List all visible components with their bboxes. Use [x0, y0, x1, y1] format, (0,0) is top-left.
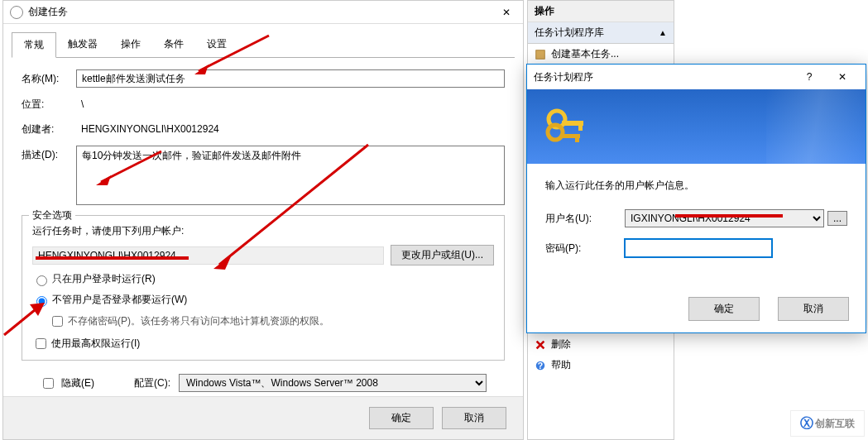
tab-general[interactable]: 常规 — [12, 32, 56, 58]
create-basic-task-label: 创建基本任务... — [551, 47, 619, 61]
titlebar: 创建任务 ✕ — [3, 1, 523, 24]
cred-ok-button[interactable]: 确定 — [688, 297, 760, 321]
cred-dialog-title: 任务计划程序 — [534, 70, 793, 84]
description-textarea[interactable] — [76, 146, 505, 205]
creator-label: 创建者: — [22, 122, 76, 136]
configure-for-label: 配置(C): — [134, 376, 170, 390]
runas-user-display: HENGXINYONGLI\HX0012924 — [32, 246, 384, 265]
general-panel: 名称(M): 位置: \ 创建者: HENGXINYONGLI\HX001292… — [3, 58, 523, 404]
create-basic-task-item[interactable]: 创建基本任务... — [528, 44, 674, 65]
redact-strike-2 — [675, 214, 783, 218]
collapse-icon: ▲ — [659, 28, 667, 37]
tab-conditions[interactable]: 条件 — [152, 32, 195, 57]
creator-value: HENGXINYONGLI\HX0012924 — [76, 121, 505, 137]
redact-strike-1 — [36, 256, 189, 260]
highest-privilege-checkbox[interactable] — [36, 338, 46, 349]
keys-icon — [544, 104, 593, 151]
tab-actions[interactable]: 操作 — [109, 32, 152, 57]
svg-rect-8 — [575, 136, 579, 142]
location-label: 位置: — [22, 98, 76, 112]
name-input[interactable] — [76, 69, 505, 88]
no-store-password-checkbox[interactable] — [52, 316, 63, 327]
username-select[interactable]: IGXINYONGLI\HX0012924 — [625, 209, 824, 227]
brand-logo: Ⓧ 创新互联 — [790, 410, 865, 437]
tab-settings[interactable]: 设置 — [195, 32, 238, 57]
no-store-password-label: 不存储密码(P)。该任务将只有访问本地计算机资源的权限。 — [68, 314, 329, 328]
location-value: \ — [76, 96, 505, 112]
create-task-dialog: 创建任务 ✕ 常规 触发器 操作 条件 设置 名称(M): 位置: \ 创建者:… — [2, 0, 524, 440]
radio-always-run[interactable] — [36, 296, 47, 307]
configure-for-select[interactable]: Windows Vista™、Windows Server™ 2008 — [179, 374, 487, 392]
radio-logged-on[interactable] — [36, 275, 47, 286]
actions-library-row[interactable]: 任务计划程序库 ▲ — [528, 22, 674, 44]
clock-icon — [10, 6, 23, 19]
change-user-button[interactable]: 更改用户或组(U)... — [391, 245, 494, 265]
help-icon: ? — [535, 360, 546, 371]
actions-header: 操作 — [528, 1, 674, 22]
dialog-button-bar: 确定 取消 — [3, 396, 523, 439]
password-label: 密码(P): — [545, 242, 625, 256]
svg-rect-0 — [536, 50, 545, 59]
tab-triggers[interactable]: 触发器 — [56, 32, 109, 57]
delete-label: 删除 — [551, 337, 571, 352]
cred-banner — [527, 89, 866, 164]
cred-cancel-button[interactable]: 取消 — [778, 297, 849, 321]
cred-button-bar: 确定 取消 — [527, 285, 866, 332]
password-input[interactable] — [625, 239, 772, 257]
close-icon[interactable]: ✕ — [496, 7, 516, 18]
cancel-button[interactable]: 取消 — [442, 407, 506, 429]
actions-library-label: 任务计划程序库 — [535, 26, 604, 40]
cred-close-icon[interactable]: ✕ — [826, 68, 859, 86]
name-label: 名称(M): — [22, 72, 76, 86]
security-options-group: 安全选项 运行任务时，请使用下列用户帐户: HENGXINYONGLI\HX00… — [22, 215, 505, 361]
cred-help-icon[interactable]: ? — [793, 68, 826, 86]
hidden-checkbox[interactable] — [43, 378, 54, 389]
description-label: 描述(D): — [22, 146, 76, 162]
ok-button[interactable]: 确定 — [369, 407, 434, 429]
highest-privilege-label: 使用最高权限运行(I) — [51, 337, 140, 351]
username-label: 用户名(U): — [545, 212, 625, 226]
help-label: 帮助 — [551, 358, 571, 372]
cred-titlebar: 任务计划程序 ? ✕ — [527, 65, 866, 89]
browse-user-button[interactable]: ... — [827, 211, 847, 226]
hidden-label: 隐藏(E) — [61, 376, 94, 390]
cred-body: 输入运行此任务的用户帐户信息。 用户名(U): IGXINYONGLI\HX00… — [527, 164, 866, 284]
radio-always-run-label: 不管用户是否登录都要运行(W) — [52, 293, 187, 307]
radio-logged-on-label: 只在用户登录时运行(R) — [52, 272, 156, 286]
credentials-dialog: 任务计划程序 ? ✕ 输入运行此任务的用户帐户信息。 用户名(U): IGXIN… — [526, 64, 866, 333]
help-item[interactable]: ? 帮助 — [528, 355, 674, 375]
tab-strip: 常规 触发器 操作 条件 设置 — [12, 32, 515, 58]
delete-item[interactable]: 删除 — [528, 334, 674, 355]
delete-icon — [535, 339, 546, 351]
svg-text:?: ? — [538, 360, 543, 370]
runas-prompt: 运行任务时，请使用下列用户帐户: — [32, 224, 494, 238]
wizard-icon — [535, 49, 546, 60]
svg-rect-5 — [578, 124, 583, 131]
security-group-title: 安全选项 — [29, 208, 75, 222]
dialog-title: 创建任务 — [28, 5, 496, 19]
cred-prompt: 输入运行此任务的用户帐户信息。 — [545, 179, 847, 193]
